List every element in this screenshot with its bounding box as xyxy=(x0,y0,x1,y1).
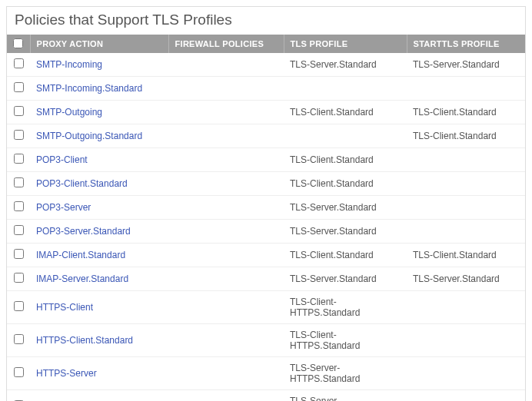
policies-table: PROXY ACTION FIREWALL POLICIES TLS PROFI… xyxy=(7,35,525,401)
row-checkbox-cell xyxy=(7,148,30,172)
proxy-action-link[interactable]: IMAP-Client.Standard xyxy=(36,250,125,260)
row-checkbox-cell xyxy=(7,172,30,196)
cell-firewall-policies xyxy=(168,220,284,244)
cell-proxy-action: HTTPS-Client xyxy=(30,291,168,324)
row-checkbox[interactable] xyxy=(14,154,24,164)
proxy-action-link[interactable]: POP3-Server xyxy=(36,202,91,213)
cell-tls-profile: TLS-Server-HTTPS.Standard xyxy=(284,390,407,402)
table-row[interactable]: POP3-Server.StandardTLS-Server.Standard xyxy=(7,220,525,244)
header-proxy-action[interactable]: PROXY ACTION xyxy=(30,35,168,53)
table-row[interactable]: HTTPS-ClientTLS-Client-HTTPS.Standard xyxy=(7,291,525,324)
cell-starttls-profile xyxy=(407,291,525,324)
row-checkbox-cell xyxy=(7,124,30,148)
cell-starttls-profile: TLS-Client.Standard xyxy=(407,244,525,267)
header-starttls-profile[interactable]: STARTTLS PROFILE xyxy=(407,35,525,53)
proxy-action-link[interactable]: POP3-Client xyxy=(36,154,88,165)
table-row[interactable]: HTTPS-Server.StandardTLS-Server-HTTPS.St… xyxy=(7,390,525,402)
proxy-action-link[interactable]: SMTP-Outgoing xyxy=(36,107,102,118)
table-row[interactable]: SMTP-Incoming.Standard xyxy=(7,77,525,101)
cell-tls-profile: TLS-Client-HTTPS.Standard xyxy=(284,291,407,324)
cell-firewall-policies xyxy=(168,196,284,220)
proxy-action-link[interactable]: HTTPS-Client.Standard xyxy=(36,335,133,346)
row-checkbox-cell xyxy=(7,267,30,291)
table-row[interactable]: IMAP-Server.StandardTLS-Server.StandardT… xyxy=(7,267,525,291)
cell-proxy-action: POP3-Client.Standard xyxy=(30,172,168,196)
cell-starttls-profile xyxy=(407,390,525,402)
cell-proxy-action: IMAP-Client.Standard xyxy=(30,244,168,267)
cell-firewall-policies xyxy=(168,324,284,357)
table-row[interactable]: SMTP-Outgoing.StandardTLS-Client.Standar… xyxy=(7,124,525,148)
row-checkbox-cell xyxy=(7,291,30,324)
cell-firewall-policies xyxy=(168,244,284,267)
cell-proxy-action: IMAP-Server.Standard xyxy=(30,267,168,291)
cell-proxy-action: SMTP-Incoming xyxy=(30,53,168,77)
cell-proxy-action: HTTPS-Server xyxy=(30,357,168,390)
row-checkbox-cell xyxy=(7,357,30,390)
table-row[interactable]: HTTPS-Client.StandardTLS-Client-HTTPS.St… xyxy=(7,324,525,357)
row-checkbox-cell xyxy=(7,53,30,77)
cell-proxy-action: SMTP-Incoming.Standard xyxy=(30,77,168,101)
row-checkbox-cell xyxy=(7,244,30,267)
table-row[interactable]: POP3-ServerTLS-Server.Standard xyxy=(7,196,525,220)
row-checkbox[interactable] xyxy=(14,106,24,116)
proxy-action-link[interactable]: SMTP-Incoming xyxy=(36,59,102,70)
cell-firewall-policies xyxy=(168,390,284,402)
cell-starttls-profile xyxy=(407,148,525,172)
header-checkbox-cell xyxy=(7,35,30,53)
cell-tls-profile: TLS-Client.Standard xyxy=(284,148,407,172)
cell-proxy-action: HTTPS-Server.Standard xyxy=(30,390,168,402)
row-checkbox[interactable] xyxy=(14,58,24,68)
page-title: Policies that Support TLS Profiles xyxy=(7,7,525,35)
cell-firewall-policies xyxy=(168,172,284,196)
cell-proxy-action: POP3-Server xyxy=(30,196,168,220)
proxy-action-link[interactable]: POP3-Server.Standard xyxy=(36,226,131,237)
table-header-row: PROXY ACTION FIREWALL POLICIES TLS PROFI… xyxy=(7,35,525,53)
header-firewall-policies[interactable]: FIREWALL POLICIES xyxy=(168,35,284,53)
cell-tls-profile: TLS-Server.Standard xyxy=(284,196,407,220)
row-checkbox-cell xyxy=(7,390,30,402)
row-checkbox[interactable] xyxy=(14,130,24,140)
cell-firewall-policies xyxy=(168,101,284,124)
cell-starttls-profile xyxy=(407,77,525,101)
row-checkbox[interactable] xyxy=(14,334,24,344)
proxy-action-link[interactable]: HTTPS-Client xyxy=(36,302,93,313)
cell-tls-profile: TLS-Server.Standard xyxy=(284,220,407,244)
row-checkbox[interactable] xyxy=(14,82,24,92)
table-body: SMTP-IncomingTLS-Server.StandardTLS-Serv… xyxy=(7,53,525,401)
table-row[interactable]: SMTP-OutgoingTLS-Client.StandardTLS-Clie… xyxy=(7,101,525,124)
cell-starttls-profile xyxy=(407,324,525,357)
row-checkbox[interactable] xyxy=(14,225,24,235)
table-row[interactable]: SMTP-IncomingTLS-Server.StandardTLS-Serv… xyxy=(7,53,525,77)
table-row[interactable]: IMAP-Client.StandardTLS-Client.StandardT… xyxy=(7,244,525,267)
cell-proxy-action: HTTPS-Client.Standard xyxy=(30,324,168,357)
row-checkbox[interactable] xyxy=(14,367,24,377)
cell-tls-profile: TLS-Server.Standard xyxy=(284,267,407,291)
row-checkbox[interactable] xyxy=(14,249,24,259)
table-row[interactable]: POP3-ClientTLS-Client.Standard xyxy=(7,148,525,172)
proxy-action-link[interactable]: SMTP-Outgoing.Standard xyxy=(36,131,142,141)
cell-tls-profile xyxy=(284,124,407,148)
row-checkbox[interactable] xyxy=(14,273,24,283)
row-checkbox[interactable] xyxy=(14,201,24,211)
row-checkbox-cell xyxy=(7,101,30,124)
cell-firewall-policies xyxy=(168,267,284,291)
proxy-action-link[interactable]: IMAP-Server.Standard xyxy=(36,273,128,284)
cell-starttls-profile xyxy=(407,196,525,220)
cell-proxy-action: POP3-Client xyxy=(30,148,168,172)
cell-tls-profile: TLS-Client.Standard xyxy=(284,244,407,267)
tls-profiles-panel: Policies that Support TLS Profiles PROXY… xyxy=(6,6,526,401)
cell-tls-profile: TLS-Client.Standard xyxy=(284,172,407,196)
select-all-checkbox[interactable] xyxy=(13,38,23,48)
cell-tls-profile: TLS-Server.Standard xyxy=(284,53,407,77)
proxy-action-link[interactable]: SMTP-Incoming.Standard xyxy=(36,83,142,94)
table-row[interactable]: HTTPS-ServerTLS-Server-HTTPS.Standard xyxy=(7,357,525,390)
cell-starttls-profile: TLS-Server.Standard xyxy=(407,53,525,77)
cell-firewall-policies xyxy=(168,148,284,172)
table-row[interactable]: POP3-Client.StandardTLS-Client.Standard xyxy=(7,172,525,196)
proxy-action-link[interactable]: POP3-Client.Standard xyxy=(36,178,128,189)
proxy-action-link[interactable]: HTTPS-Server xyxy=(36,368,97,379)
row-checkbox-cell xyxy=(7,324,30,357)
header-tls-profile[interactable]: TLS PROFILE xyxy=(284,35,407,53)
row-checkbox[interactable] xyxy=(14,301,24,311)
row-checkbox[interactable] xyxy=(14,177,24,187)
